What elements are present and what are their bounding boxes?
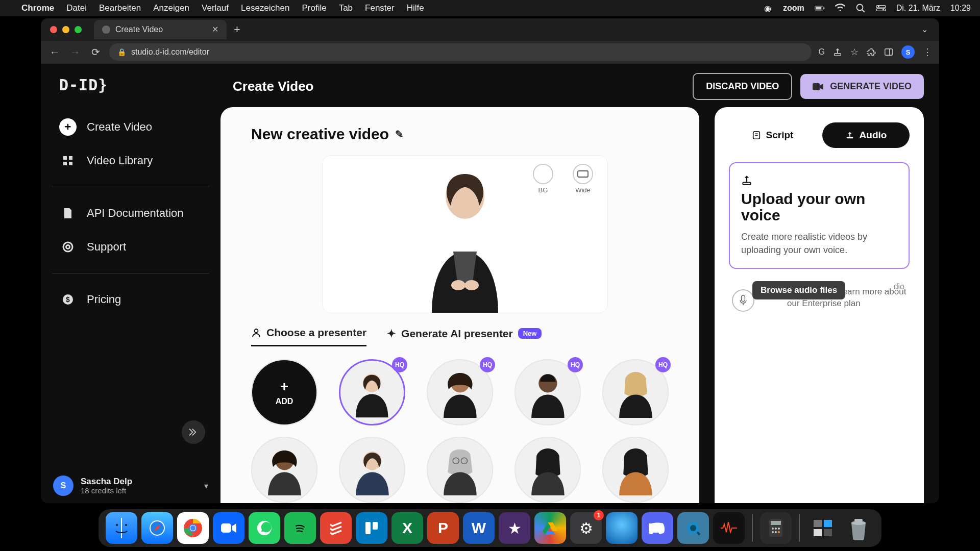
presenter-option[interactable] xyxy=(339,437,405,503)
dock-trello-icon[interactable] xyxy=(356,512,387,544)
script-icon xyxy=(752,131,761,140)
menubar-item[interactable]: Profile xyxy=(302,3,326,13)
edit-icon[interactable]: ✎ xyxy=(395,128,404,140)
sidebar-collapse-button[interactable] xyxy=(182,420,205,444)
discard-video-button[interactable]: DISCARD VIDEO xyxy=(693,73,792,100)
button-label: GENERATE VIDEO xyxy=(830,81,912,92)
presenter-option[interactable] xyxy=(602,437,669,503)
dock-quicktime-icon[interactable] xyxy=(677,512,709,544)
dock-todoist-icon[interactable] xyxy=(320,512,352,544)
generate-video-button[interactable]: GENERATE VIDEO xyxy=(800,74,924,99)
right-panel: Script Audio xyxy=(715,107,924,503)
extensions-icon[interactable] xyxy=(867,47,876,57)
window-close-icon[interactable] xyxy=(50,26,57,33)
dock-trash-icon[interactable] xyxy=(843,512,874,544)
dock-whatsapp-icon[interactable] xyxy=(249,512,280,544)
zoom-status[interactable]: zoom xyxy=(783,4,804,13)
browser-tab[interactable]: Create Video ✕ xyxy=(94,20,227,39)
presenter-option[interactable] xyxy=(514,437,581,503)
bookmark-icon[interactable]: ☆ xyxy=(850,46,859,58)
dock-word-icon[interactable]: W xyxy=(463,512,495,544)
menubar-item[interactable]: Tab xyxy=(339,3,353,13)
svg-point-59 xyxy=(690,525,696,531)
nav-back-button[interactable]: ← xyxy=(48,46,61,58)
presenter-option[interactable] xyxy=(251,437,317,503)
tabs-overflow-icon[interactable]: ⌄ xyxy=(921,24,928,34)
upload-title: Upload your own voice xyxy=(741,191,897,224)
browser-menu-icon[interactable]: ⋮ xyxy=(923,46,932,58)
menubar-time[interactable]: 10:29 xyxy=(950,4,971,13)
dock-imovie-icon[interactable]: ★ xyxy=(499,512,530,544)
dock-excel-icon[interactable]: X xyxy=(391,512,423,544)
upload-voice-card[interactable]: Upload your own voice Create more realis… xyxy=(729,162,910,269)
battery-icon[interactable] xyxy=(815,3,825,13)
svg-rect-70 xyxy=(814,529,822,536)
dock-safari-icon[interactable] xyxy=(141,512,173,544)
menubar-item[interactable]: Datei xyxy=(66,3,87,13)
svg-rect-6 xyxy=(876,9,886,11)
window-zoom-icon[interactable] xyxy=(75,26,82,33)
tab-choose-presenter[interactable]: Choose a presenter xyxy=(251,327,366,346)
macos-dock: X P W ★ ⚙1 xyxy=(0,505,980,551)
control-center-icon[interactable] xyxy=(876,3,886,13)
dock-separator xyxy=(799,514,800,542)
tab-script[interactable]: Script xyxy=(729,122,816,148)
dock-googledrive-icon[interactable] xyxy=(534,512,566,544)
menubar-app-name[interactable]: Chrome xyxy=(21,3,54,13)
project-title[interactable]: New creative video xyxy=(251,126,389,143)
hq-badge: HQ xyxy=(655,357,671,372)
sidebar-item-create-video[interactable]: + Create Video xyxy=(50,110,211,144)
wifi-icon[interactable] xyxy=(835,3,845,13)
dock-siri-icon[interactable] xyxy=(606,512,638,544)
sidebar-item-pricing[interactable]: $ Pricing xyxy=(50,283,211,316)
dock-spotify-icon[interactable] xyxy=(284,512,316,544)
dock-chrome-icon[interactable] xyxy=(177,512,209,544)
browser-toolbar: ← → ⟳ 🔒 studio.d-id.com/editor G ☆ S xyxy=(41,41,939,64)
dock-settings-icon[interactable]: ⚙1 xyxy=(570,512,602,544)
profile-avatar[interactable]: S xyxy=(901,45,915,59)
translate-icon[interactable]: G xyxy=(819,47,825,57)
dock-zoom-icon[interactable] xyxy=(213,512,244,544)
microphone-icon[interactable] xyxy=(732,289,754,312)
add-presenter-button[interactable]: + ADD xyxy=(251,359,317,425)
menubar-item[interactable]: Verlauf xyxy=(202,3,229,13)
dock-audio-app-icon[interactable] xyxy=(713,512,745,544)
tab-audio[interactable]: Audio xyxy=(822,122,910,148)
dock-powerpoint-icon[interactable]: P xyxy=(427,512,459,544)
nav-reload-button[interactable]: ⟳ xyxy=(89,46,102,58)
brand-logo[interactable]: D-ID} xyxy=(41,72,220,106)
menubar-item[interactable]: Anzeigen xyxy=(153,3,189,13)
address-bar[interactable]: 🔒 studio.d-id.com/editor xyxy=(109,43,812,61)
svg-rect-15 xyxy=(69,162,72,165)
nav-forward-button[interactable]: → xyxy=(68,46,82,58)
svg-point-63 xyxy=(775,528,777,530)
sidebar-item-support[interactable]: Support xyxy=(50,230,211,264)
new-tab-button[interactable]: + xyxy=(234,23,240,36)
macos-menubar: Chrome Datei Bearbeiten Anzeigen Verlauf… xyxy=(0,0,980,16)
dock-downloads-icon[interactable] xyxy=(807,512,839,544)
tab-close-icon[interactable]: ✕ xyxy=(212,24,218,34)
app-topbar: Create Video DISCARD VIDEO GENERATE VIDE… xyxy=(220,64,939,107)
menubar-date[interactable]: Di. 21. März xyxy=(896,4,940,13)
menubar-item[interactable]: Lesezeichen xyxy=(241,3,289,13)
menubar-item[interactable]: Fenster xyxy=(365,3,395,13)
sidepanel-icon[interactable] xyxy=(884,47,893,57)
window-minimize-icon[interactable] xyxy=(62,26,69,33)
background-picker-button[interactable]: BG xyxy=(527,164,559,194)
dollar-icon: $ xyxy=(59,291,77,308)
aspect-wide-button[interactable]: Wide xyxy=(567,164,599,194)
record-status-icon[interactable]: ◉ xyxy=(763,3,773,13)
presenter-option[interactable] xyxy=(427,437,493,503)
sidebar-item-video-library[interactable]: Video Library xyxy=(50,144,211,178)
share-icon[interactable] xyxy=(833,47,842,57)
menubar-item[interactable]: Bearbeiten xyxy=(99,3,141,13)
search-icon[interactable] xyxy=(855,3,866,13)
sidebar-user-account[interactable]: S Sascha Delp 18 credits left ▾ xyxy=(53,475,208,496)
dock-calculator-icon[interactable] xyxy=(760,512,792,544)
sidebar-item-api-docs[interactable]: API Documentation xyxy=(50,196,211,230)
menubar-item[interactable]: Hilfe xyxy=(407,3,424,13)
dock-finder-icon[interactable] xyxy=(106,512,137,544)
dock-discord-icon[interactable] xyxy=(642,512,673,544)
tab-generate-presenter[interactable]: ✦ Generate AI presenter New xyxy=(387,328,542,346)
svg-rect-20 xyxy=(813,83,820,90)
